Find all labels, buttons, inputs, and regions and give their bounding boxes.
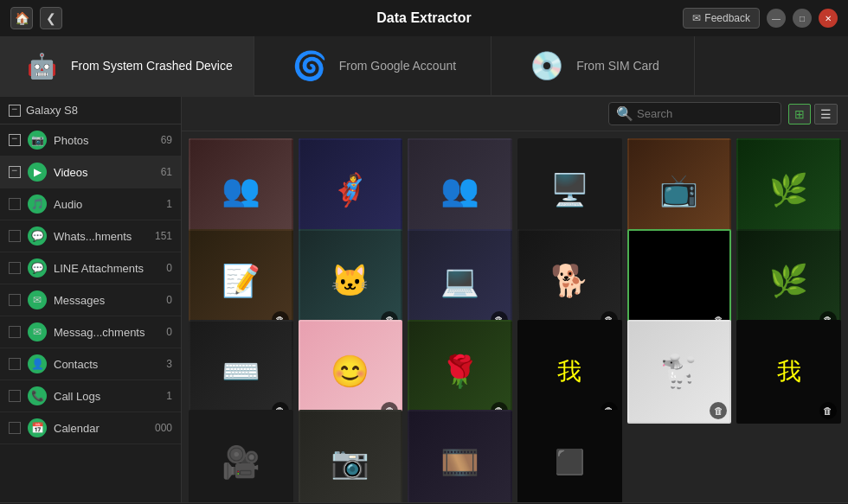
grid-item-content: 🌿 (738, 140, 839, 241)
grid-item[interactable]: 🐱 🗑 (299, 229, 403, 334)
calendar-checkbox[interactable] (9, 422, 21, 434)
calllogs-label: Call Logs (54, 390, 159, 403)
app-title: Data Extractor (376, 10, 471, 26)
whatsapp-icon: 💬 (28, 226, 47, 246)
main-layout: Galaxy S8 📷 Photos 69 ▶ Videos 61 🎵 Audi… (0, 97, 848, 502)
grid-view-button[interactable]: ⊞ (788, 104, 811, 124)
audio-icon: 🎵 (28, 195, 47, 214)
sidebar-item-contacts[interactable]: 👤 Contacts 3 (0, 348, 181, 380)
grid-item[interactable]: 🐩 🗑 (627, 320, 732, 424)
sidebar-item-whatsapp[interactable]: 💬 Whats...hments 151 (0, 220, 181, 252)
minimize-button[interactable]: — (767, 9, 786, 28)
grid-item[interactable]: 👥 (189, 138, 293, 243)
grid-item[interactable]: 🌹 🗑 (408, 320, 512, 424)
grid-item[interactable]: 🖥️ (517, 138, 622, 243)
home-button[interactable]: 🏠 (10, 7, 33, 29)
list-view-button[interactable]: ☰ (814, 104, 838, 124)
grid-item[interactable]: 😊 🗑 (299, 320, 403, 424)
sidebar-item-audio[interactable]: 🎵 Audio 1 (0, 188, 181, 220)
messages-label: Messages (54, 294, 159, 307)
grid-item[interactable]: 📺 (627, 138, 732, 243)
messagechments-icon: ✉ (28, 322, 47, 341)
calllogs-checkbox[interactable] (9, 390, 21, 402)
calendar-icon: 📅 (28, 418, 47, 437)
tab-sim-card[interactable]: 💿 From SIM Card (491, 36, 695, 95)
line-label: LINE Attachments (54, 262, 159, 275)
messagechments-count: 0 (166, 326, 172, 338)
sim-card-icon: 💿 (526, 45, 568, 86)
content-area: 🔍 ⊞ ☰ 👥 🦸 👥 🖥️ 📺 (182, 97, 848, 502)
whatsapp-checkbox[interactable] (9, 230, 21, 242)
sidebar-item-messages[interactable]: ✉ Messages 0 (0, 284, 181, 316)
whatsapp-count: 151 (155, 230, 172, 242)
grid-item[interactable]: 🎞️ (408, 410, 512, 502)
grid-item-content: 📺 (629, 140, 730, 241)
contacts-checkbox[interactable] (9, 358, 21, 370)
device-label: Galaxy S8 (26, 104, 78, 117)
grid-item-content: ⬛ (519, 411, 620, 502)
feedback-button[interactable]: ✉ Feedback (683, 8, 760, 29)
grid-item[interactable]: 📷 (299, 410, 403, 502)
audio-label: Audio (54, 198, 159, 211)
grid-item-content: 🦸 (300, 140, 402, 241)
messages-count: 0 (166, 294, 172, 306)
sidebar-item-line[interactable]: 💬 LINE Attachments 0 (0, 252, 181, 284)
messagechments-label: Messag...chments (54, 326, 159, 339)
sidebar-item-calllogs[interactable]: 📞 Call Logs 1 (0, 380, 181, 412)
messages-checkbox[interactable] (9, 294, 21, 306)
view-toggle: ⊞ ☰ (788, 104, 838, 124)
grid-item[interactable]: 我 🗑 (736, 320, 841, 424)
crashed-device-label: From System Crashed Device (71, 59, 233, 73)
calendar-label: Calendar (54, 422, 148, 435)
contacts-icon: 👤 (28, 354, 47, 373)
sidebar: Galaxy S8 📷 Photos 69 ▶ Videos 61 🎵 Audi… (0, 97, 182, 502)
grid-item-content: 👥 (190, 140, 292, 241)
sidebar-item-messagechments[interactable]: ✉ Messag...chments 0 (0, 316, 181, 348)
audio-count: 1 (166, 198, 172, 210)
grid-item[interactable]: 🌿 (736, 138, 841, 243)
close-button[interactable]: ✕ (819, 9, 838, 28)
google-account-icon: 🌀 (289, 45, 331, 86)
grid-item[interactable]: 🐕 🗑 (517, 229, 622, 334)
device-checkbox[interactable] (9, 105, 21, 117)
videos-checkbox[interactable] (9, 166, 21, 178)
content-toolbar: 🔍 ⊞ ☰ (182, 97, 848, 131)
line-icon: 💬 (28, 258, 47, 278)
messagechments-checkbox[interactable] (9, 326, 21, 338)
photos-count: 69 (161, 134, 172, 146)
grid-item[interactable]: 👥 (408, 138, 512, 243)
sidebar-item-photos[interactable]: 📷 Photos 69 (0, 124, 181, 156)
grid-item[interactable]: ⬛ (517, 410, 622, 502)
contacts-label: Contacts (54, 358, 159, 371)
calllogs-count: 1 (166, 390, 172, 402)
videos-count: 61 (161, 166, 172, 178)
contacts-count: 3 (166, 358, 172, 370)
photos-icon: 📷 (28, 131, 47, 150)
search-box[interactable]: 🔍 (608, 102, 781, 125)
back-button[interactable]: ❮ (40, 7, 62, 29)
maximize-button[interactable]: □ (793, 9, 812, 28)
grid-item[interactable]: ⌨️ 🗑 (189, 320, 293, 424)
line-count: 0 (166, 262, 172, 274)
tab-crashed-device[interactable]: 🤖 From System Crashed Device (0, 36, 254, 97)
grid-item-selected[interactable]: 🗑 (627, 229, 732, 334)
search-input[interactable] (637, 107, 774, 120)
sidebar-item-videos[interactable]: ▶ Videos 61 (0, 156, 181, 188)
tab-google-account[interactable]: 🌀 From Google Account (254, 36, 491, 95)
grid-item[interactable]: 📝 🗑 (189, 229, 293, 334)
grid-item-content: 👥 (409, 140, 511, 241)
grid-item[interactable]: 🦸 (299, 138, 403, 243)
feedback-icon: ✉ (692, 12, 701, 24)
grid-item[interactable]: 💻 🗑 (408, 229, 512, 334)
sidebar-item-calendar[interactable]: 📅 Calendar 000 (0, 412, 181, 444)
grid-item[interactable]: 🎥 (189, 410, 293, 502)
search-icon: 🔍 (616, 105, 633, 122)
title-bar-left: 🏠 ❮ (10, 7, 62, 29)
grid-item[interactable]: 🌿 🗑 (736, 229, 841, 334)
delete-icon[interactable]: 🗑 (819, 402, 837, 419)
grid-item-content: 📷 (300, 411, 402, 502)
photos-checkbox[interactable] (9, 134, 21, 146)
audio-checkbox[interactable] (9, 198, 21, 210)
line-checkbox[interactable] (9, 262, 21, 274)
grid-item[interactable]: 我 🗑 (517, 320, 622, 424)
